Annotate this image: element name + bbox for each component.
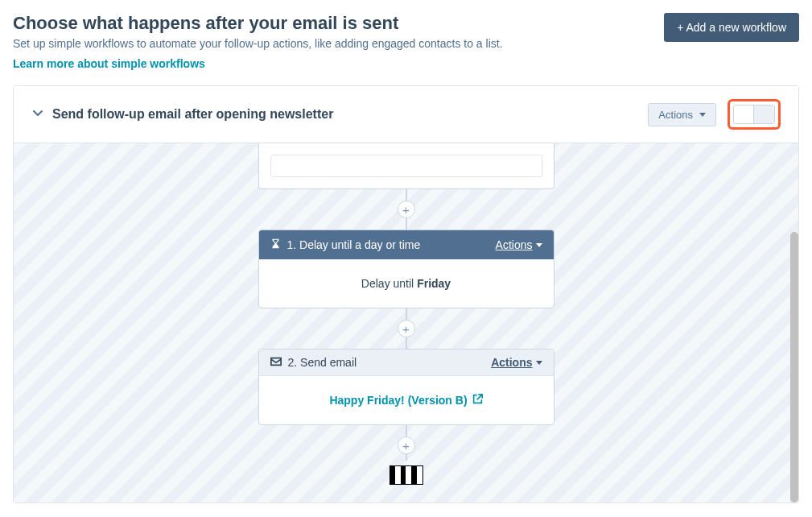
add-step-button[interactable]: + <box>398 320 415 337</box>
connector-line <box>406 337 407 349</box>
actions-label: Actions <box>658 109 693 121</box>
caret-down-icon <box>699 113 706 117</box>
workflow-actions-dropdown[interactable]: Actions <box>648 103 716 126</box>
workflow-title: Send follow-up email after opening newsl… <box>52 107 333 122</box>
delay-step-body: Delay until Friday <box>259 259 554 308</box>
plus-icon: + <box>402 204 410 216</box>
caret-down-icon <box>536 243 542 247</box>
envelope-icon <box>270 356 282 369</box>
connector-line <box>406 308 407 320</box>
email-name: Happy Friday! (Version B) <box>329 394 467 407</box>
actions-label: Actions <box>496 238 533 251</box>
toggle-highlight <box>728 99 781 130</box>
delay-step-label: 1. Delay until a day or time <box>287 238 421 251</box>
connector-line <box>406 189 407 201</box>
delay-body-prefix: Delay until <box>361 277 417 290</box>
send-email-step-body: Happy Friday! (Version B) <box>259 376 554 424</box>
toggle-knob <box>753 105 774 123</box>
delay-actions-dropdown[interactable]: Actions <box>496 238 542 251</box>
add-step-button[interactable]: + <box>398 436 415 454</box>
plus-icon: + <box>402 323 410 335</box>
delay-body-value: Friday <box>417 277 451 290</box>
email-preview-link[interactable]: Happy Friday! (Version B) <box>329 394 482 407</box>
hourglass-icon <box>270 238 281 251</box>
canvas-scrollbar[interactable] <box>790 232 798 503</box>
workflow-enabled-toggle[interactable] <box>733 105 775 124</box>
plus-icon: + <box>402 440 410 452</box>
add-step-button[interactable]: + <box>398 201 415 218</box>
external-link-icon <box>472 394 483 407</box>
connector-line <box>406 218 407 230</box>
delay-step-header: 1. Delay until a day or time Actions <box>259 230 554 259</box>
add-workflow-button[interactable]: + Add a new workflow <box>664 13 799 42</box>
connector-line <box>406 425 407 436</box>
trigger-card[interactable] <box>258 143 554 189</box>
workflow-header: Send follow-up email after opening newsl… <box>14 86 798 143</box>
send-email-step-header: 2. Send email Actions <box>259 349 554 376</box>
delay-step-card[interactable]: 1. Delay until a day or time Actions Del… <box>258 230 554 308</box>
send-email-actions-dropdown[interactable]: Actions <box>491 356 542 369</box>
actions-label: Actions <box>491 356 532 369</box>
connector-line <box>406 454 407 461</box>
send-email-label: 2. Send email <box>288 356 357 369</box>
trigger-inner <box>270 155 542 177</box>
chevron-down-icon[interactable] <box>31 106 44 122</box>
learn-more-link[interactable]: Learn more about simple workflows <box>13 57 205 70</box>
workflow-canvas[interactable]: + 1. Delay until a day or time Actions <box>14 143 798 503</box>
workflow-panel: Send follow-up email after opening newsl… <box>13 85 799 503</box>
page-title: Choose what happens after your email is … <box>13 13 664 34</box>
send-email-step-card[interactable]: 2. Send email Actions Happy Friday! (Ver… <box>258 349 554 425</box>
page-subtitle: Set up simple workflows to automate your… <box>13 37 664 50</box>
finish-flag-icon <box>390 465 423 485</box>
caret-down-icon <box>536 361 542 365</box>
